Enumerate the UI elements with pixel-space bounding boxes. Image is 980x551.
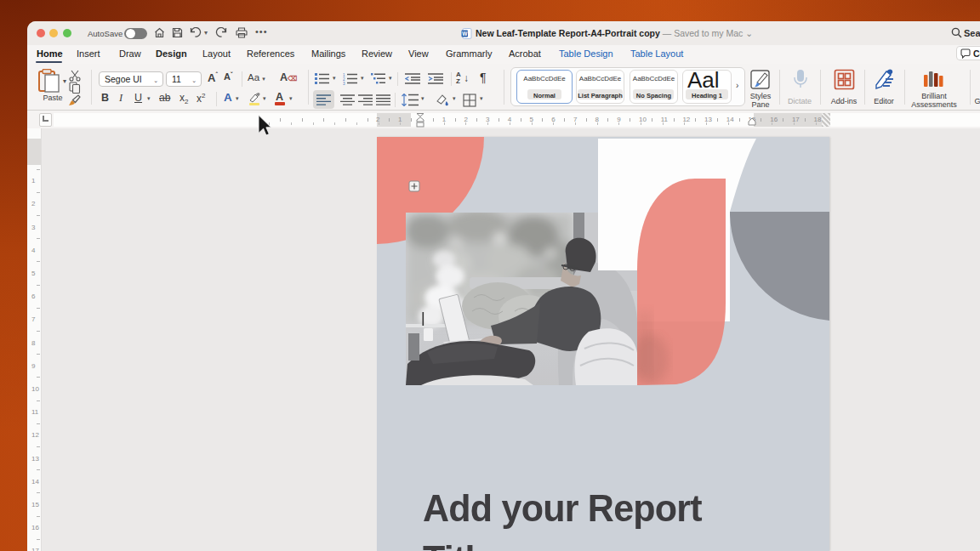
svg-text:W: W bbox=[462, 30, 468, 36]
svg-text:3: 3 bbox=[343, 82, 345, 86]
